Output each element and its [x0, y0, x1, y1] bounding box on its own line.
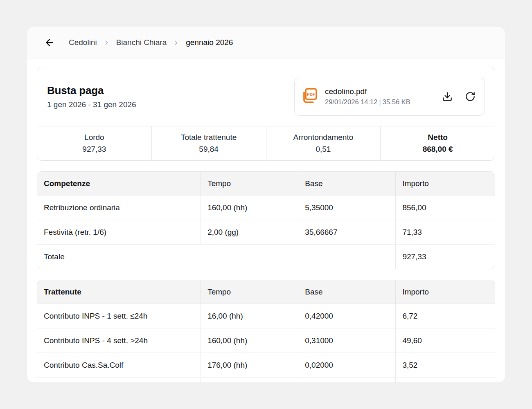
earnings-table: Competenze Tempo Base Importo Retribuzio… — [37, 171, 495, 269]
row-tempo: 16,00 (hh) — [201, 304, 298, 328]
table-row: Contributo INPS - 1 sett. ≤24h 16,00 (hh… — [37, 303, 495, 328]
file-timestamp: 29/01/2026 14:12 — [325, 98, 377, 106]
row-tempo: 176,00 (hh) — [201, 353, 298, 377]
summary-label: Lordo — [84, 133, 104, 142]
earnings-table-header: Competenze Tempo Base Importo — [37, 172, 495, 195]
row-tempo: 160,00 (hh) — [201, 328, 298, 353]
column-header: Base — [298, 280, 395, 303]
row-label: Retribuzione ordinaria — [37, 196, 201, 220]
row-base: 35,66667 — [298, 220, 395, 244]
refresh-button[interactable] — [463, 90, 477, 103]
summary-strip: Lordo 927,33 Totale trattenute 59,84 Arr… — [37, 126, 495, 160]
deductions-table-body: Contributo INPS - 1 sett. ≤24h 16,00 (hh… — [37, 303, 495, 382]
arrow-left-icon — [44, 37, 55, 48]
page-title: Busta paga — [47, 84, 136, 97]
deductions-table: Trattenute Tempo Base Importo Contributo… — [37, 280, 495, 382]
row-tempo — [201, 378, 298, 382]
breadcrumb-item-employee[interactable]: Bianchi Chiara — [116, 38, 167, 47]
payslip-title-block: Busta paga 1 gen 2026 - 31 gen 2026 — [47, 84, 136, 109]
file-size: 35.56 KB — [383, 98, 410, 106]
download-button[interactable] — [440, 90, 454, 103]
pdf-file-card: PDF cedolino.pdf 29/01/2026 14:12|35.56 … — [294, 78, 485, 116]
row-base — [298, 378, 395, 382]
breadcrumb-item-cedolini[interactable]: Cedolini — [69, 38, 97, 47]
row-importo: 49,60 — [395, 328, 495, 353]
file-meta: 29/01/2026 14:12|35.56 KB — [325, 98, 440, 106]
table-row: Contributo INPS - 4 sett. >24h 160,00 (h… — [37, 328, 495, 353]
row-base: 0,42000 — [298, 304, 395, 328]
row-importo: 71,33 — [395, 220, 495, 244]
payslip-header-panel: Busta paga 1 gen 2026 - 31 gen 2026 PDF … — [37, 67, 495, 161]
row-tempo: 160,00 (hh) — [201, 196, 298, 220]
svg-text:PDF: PDF — [307, 92, 315, 97]
summary-label: Arrontondamento — [293, 133, 353, 142]
summary-totale-trattenute: Totale trattenute 59,84 — [151, 126, 266, 160]
summary-label: Totale trattenute — [181, 133, 237, 142]
download-icon — [442, 91, 453, 102]
row-label: Contributo INPS - 4 sett. >24h — [37, 328, 201, 353]
row-base: 5,35000 — [298, 196, 395, 220]
summary-netto: Netto 868,00 € — [380, 126, 495, 160]
page-content: Busta paga 1 gen 2026 - 31 gen 2026 PDF … — [27, 58, 505, 382]
deductions-table-header: Trattenute Tempo Base Importo — [37, 280, 495, 303]
breadcrumb-bar: Cedolini Bianchi Chiara gennaio 2026 — [27, 27, 505, 58]
column-header: Importo — [395, 172, 495, 195]
table-row-partial — [37, 377, 495, 382]
summary-value: 868,00 € — [423, 145, 453, 154]
summary-arrotondamento: Arrontondamento 0,51 — [266, 126, 381, 160]
row-label: Contributo Cas.Sa.Colf — [37, 353, 201, 377]
row-importo — [395, 378, 495, 382]
summary-value: 59,84 — [199, 145, 219, 154]
row-base: 0,31000 — [298, 328, 395, 353]
column-header: Base — [298, 172, 395, 195]
total-label: Totale — [37, 245, 395, 269]
row-importo: 856,00 — [395, 196, 495, 220]
row-label: Festività (retr. 1/6) — [37, 220, 201, 244]
chevron-right-icon — [103, 39, 110, 46]
table-row: Festività (retr. 1/6) 2,00 (gg) 35,66667… — [37, 220, 495, 244]
column-header: Tempo — [201, 172, 298, 195]
column-header: Importo — [395, 280, 495, 303]
total-importo: 927,33 — [395, 245, 495, 269]
back-button[interactable] — [43, 36, 56, 49]
row-label: Contributo INPS - 1 sett. ≤24h — [37, 304, 201, 328]
chevron-right-icon — [173, 39, 180, 46]
row-label — [37, 378, 201, 382]
row-importo: 3,52 — [395, 353, 495, 377]
table-row: Retribuzione ordinaria 160,00 (hh) 5,350… — [37, 195, 495, 220]
summary-value: 927,33 — [82, 145, 106, 154]
breadcrumb-item-period: gennaio 2026 — [186, 38, 233, 47]
payslip-period: 1 gen 2026 - 31 gen 2026 — [47, 100, 136, 109]
payslip-header: Busta paga 1 gen 2026 - 31 gen 2026 PDF … — [37, 67, 495, 126]
column-header: Trattenute — [37, 280, 201, 303]
payslip-page-card: Cedolini Bianchi Chiara gennaio 2026 Bus… — [27, 27, 505, 382]
summary-lordo: Lordo 927,33 — [37, 126, 151, 160]
breadcrumb: Cedolini Bianchi Chiara gennaio 2026 — [69, 38, 233, 47]
earnings-table-body: Retribuzione ordinaria 160,00 (hh) 5,350… — [37, 195, 495, 269]
table-row: Contributo Cas.Sa.Colf 176,00 (hh) 0,020… — [37, 353, 495, 377]
row-tempo: 2,00 (gg) — [201, 220, 298, 244]
summary-label: Netto — [428, 133, 448, 142]
file-name: cedolino.pdf — [325, 87, 440, 96]
refresh-icon — [465, 91, 476, 102]
column-header: Tempo — [201, 280, 298, 303]
table-total-row: Totale 927,33 — [37, 244, 495, 269]
meta-separator: | — [379, 98, 381, 106]
row-importo: 6,72 — [395, 304, 495, 328]
row-base: 0,02000 — [298, 353, 395, 377]
column-header: Competenze — [37, 172, 201, 195]
file-info: cedolino.pdf 29/01/2026 14:12|35.56 KB — [325, 87, 440, 106]
pdf-file-icon: PDF — [301, 87, 318, 106]
summary-value: 0,51 — [316, 145, 331, 154]
